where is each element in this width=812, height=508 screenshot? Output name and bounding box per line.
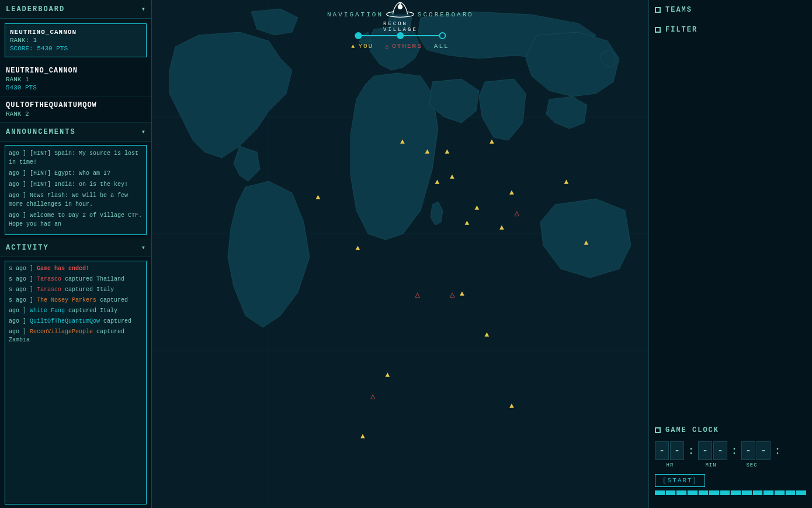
min-label: MIN bbox=[696, 462, 726, 468]
act-line-6: ago ] QuiltOfTheQuantumQow captured bbox=[9, 317, 143, 326]
logo: RECON VILLAGE bbox=[383, 0, 418, 33]
act-line-1: s ago ] Game has ended! bbox=[9, 265, 143, 273]
game-clock-title: GAME CLOCK bbox=[665, 426, 719, 434]
scoreboard-link[interactable]: SCOREBOARD bbox=[418, 11, 474, 18]
game-clock-section: GAME CLOCK - - : - - : - - : HR MIN SEC bbox=[655, 426, 806, 495]
filter-header: FILTER bbox=[655, 26, 806, 34]
triangle-you-icon: ▲ bbox=[351, 43, 356, 50]
act-line-7: ago ] ReconVillagePeople captured Zambia bbox=[9, 328, 143, 344]
triangle-others-icon: △ bbox=[385, 43, 390, 50]
lb-item-2-rank: RANK 2 bbox=[6, 110, 145, 118]
lb-item-2[interactable]: QULTOFTHEQUANTUMQOW RANK 2 bbox=[0, 96, 151, 123]
prog-12 bbox=[775, 490, 785, 495]
leaderboard-section: LEADERBOARD ▾ NEUTRINO_CANNON RANK: 1 SC… bbox=[0, 0, 151, 123]
prog-7 bbox=[720, 490, 730, 495]
prog-11 bbox=[764, 490, 773, 495]
filter-you[interactable]: ▲ YOU bbox=[351, 43, 373, 50]
activity-section: ACTIVITY ▾ s ago ] Game has ended! s ago… bbox=[0, 239, 151, 508]
navigation-link[interactable]: NAVIGATION bbox=[327, 11, 383, 18]
left-panel: LEADERBOARD ▾ NEUTRINO_CANNON RANK: 1 SC… bbox=[0, 0, 152, 508]
prog-13 bbox=[786, 490, 796, 495]
ann-line-4: ago ] News Flash: We will be a few more … bbox=[9, 191, 143, 209]
activity-header[interactable]: ACTIVITY ▾ bbox=[0, 239, 151, 257]
game-clock-header: GAME CLOCK bbox=[655, 426, 806, 434]
chevron-down-icon: ▾ bbox=[141, 5, 145, 13]
logo-icon bbox=[386, 0, 415, 20]
timeline-track bbox=[355, 32, 446, 39]
clock-hr-group: - - bbox=[655, 441, 684, 460]
announcements-section: ANNOUNCEMENTS ▾ ago ] [HINT] Spain: My s… bbox=[0, 123, 151, 239]
act-line-3: s ago ] Tarasco captured Italy bbox=[9, 286, 143, 294]
lb-item-1-score: 5430 PTS bbox=[6, 84, 145, 91]
hr-label: HR bbox=[655, 462, 685, 468]
map-marker-r1[interactable] bbox=[515, 208, 523, 215]
clock-sec-group: - - bbox=[741, 441, 771, 460]
world-map bbox=[152, 0, 648, 508]
clock-colon-3: : bbox=[773, 444, 782, 458]
lb-item-1[interactable]: NEUTRINO_CANNON RANK 1 5430 PTS bbox=[0, 62, 151, 96]
chevron-down-icon-ann: ▾ bbox=[141, 127, 145, 136]
map-area: NAVIGATION RECON VILLAGE SCOREBOARD ▲ YO bbox=[152, 0, 648, 508]
prog-1 bbox=[655, 490, 665, 495]
activity-content: s ago ] Game has ended! s ago ] Tarasco … bbox=[5, 261, 147, 504]
logo-text: RECON VILLAGE bbox=[383, 21, 418, 33]
timeline-line-2 bbox=[404, 35, 439, 36]
act-line-5: ago ] White Fang captured Italy bbox=[9, 307, 143, 315]
ann-line-1: ago ] [HINT] Spain: My source is lost in… bbox=[9, 149, 143, 167]
prog-6 bbox=[709, 490, 719, 495]
lb-highlight-name: NEUTRINO_CANNON bbox=[10, 29, 141, 36]
right-panel: TEAMS FILTER GAME CLOCK - - : - - : bbox=[648, 0, 812, 508]
map-marker-r4[interactable] bbox=[370, 391, 379, 398]
top-nav: NAVIGATION RECON VILLAGE SCOREBOARD bbox=[304, 0, 485, 29]
timeline-dot-2[interactable] bbox=[397, 32, 404, 39]
timeline-dot-3[interactable] bbox=[439, 32, 446, 39]
timeline-dot-1[interactable] bbox=[355, 32, 362, 39]
filter-bar: ▲ YOU △ OTHERS ALL bbox=[351, 32, 449, 50]
filter-title: FILTER bbox=[665, 26, 698, 34]
clock-min2: - bbox=[713, 441, 727, 460]
filter-square-icon bbox=[655, 27, 661, 33]
clock-sec2: - bbox=[757, 441, 771, 460]
teams-section: TEAMS bbox=[655, 6, 806, 19]
timeline-line-1 bbox=[362, 35, 397, 36]
lb-item-1-rank: RANK 1 bbox=[6, 76, 145, 83]
announcements-content: ago ] [HINT] Spain: My source is lost in… bbox=[5, 145, 147, 235]
leaderboard-header[interactable]: LEADERBOARD ▾ bbox=[0, 0, 151, 19]
filter-all-label: ALL bbox=[434, 43, 449, 50]
map-marker-r3[interactable] bbox=[450, 289, 458, 296]
filter-all[interactable]: ALL bbox=[434, 43, 449, 50]
clock-labels: HR MIN SEC bbox=[655, 462, 806, 468]
clock-min1: - bbox=[698, 441, 712, 460]
clock-hr1: - bbox=[655, 441, 669, 460]
filter-section: FILTER bbox=[655, 26, 806, 39]
ann-line-2: ago ] [HINT] Egypt: Who am I? bbox=[9, 169, 143, 178]
prog-2 bbox=[666, 490, 676, 495]
filter-others-label: OTHERS bbox=[392, 43, 422, 50]
clock-colon-1: : bbox=[686, 444, 696, 458]
clock-sec1: - bbox=[741, 441, 755, 460]
start-button[interactable]: [START] bbox=[655, 474, 705, 487]
prog-9 bbox=[742, 490, 752, 495]
prog-5 bbox=[699, 490, 709, 495]
clock-hr2: - bbox=[670, 441, 684, 460]
clock-display: - - : - - : - - : bbox=[655, 441, 806, 460]
prog-14 bbox=[796, 490, 806, 495]
act-line-4: s ago ] The Nosey Parkers captured bbox=[9, 296, 143, 305]
filter-others[interactable]: △ OTHERS bbox=[385, 43, 422, 50]
clock-colon-2: : bbox=[730, 444, 739, 458]
teams-title: TEAMS bbox=[665, 6, 692, 14]
act-line-2: s ago ] Tarasco captured Thailand bbox=[9, 275, 143, 284]
lb-item-2-name: QULTOFTHEQUANTUMQOW bbox=[6, 101, 145, 109]
ann-line-5: ago ] Welcome to Day 2 of Village CTF. H… bbox=[9, 211, 143, 229]
prog-10 bbox=[753, 490, 763, 495]
filter-labels: ▲ YOU △ OTHERS ALL bbox=[351, 43, 449, 50]
sec-label: SEC bbox=[737, 462, 767, 468]
lb-item-1-name: NEUTRINO_CANNON bbox=[6, 67, 145, 75]
activity-title: ACTIVITY bbox=[6, 244, 49, 252]
announcements-header[interactable]: ANNOUNCEMENTS ▾ bbox=[0, 123, 151, 141]
lb-highlight-score: SCORE: 5430 PTS bbox=[10, 45, 141, 52]
map-marker-r2[interactable] bbox=[415, 289, 424, 296]
prog-4 bbox=[688, 490, 698, 495]
ann-line-3: ago ] [HINT] India: on is the key! bbox=[9, 180, 143, 189]
lb-highlight-rank: RANK: 1 bbox=[10, 37, 141, 44]
